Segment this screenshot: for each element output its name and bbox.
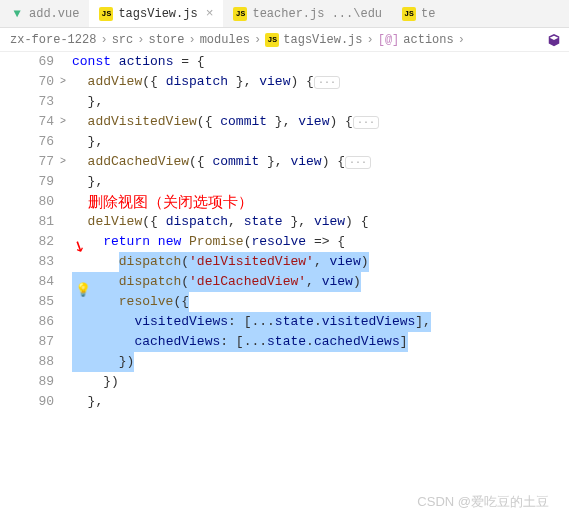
code-line[interactable]: }) (72, 352, 569, 372)
bc-item[interactable]: store (148, 33, 184, 47)
line-number: 84 (0, 272, 54, 292)
code-line[interactable]: dispatch('delCachedView', view) (72, 272, 569, 292)
line-number: 70> (0, 72, 54, 92)
fold-toggle[interactable]: > (56, 112, 70, 132)
line-number: 83 (0, 252, 54, 272)
bc-item[interactable]: zx-fore-1228 (10, 33, 96, 47)
js-icon: JS (99, 7, 113, 21)
code-line[interactable]: cachedViews: [...state.cachedViews] (72, 332, 569, 352)
line-number: 89 (0, 372, 54, 392)
line-number: 87 (0, 332, 54, 352)
tab-add-vue[interactable]: ▼add.vue (0, 0, 89, 27)
symbol-icon: [@] (378, 33, 400, 47)
line-number: 90 (0, 392, 54, 412)
tab-label: add.vue (29, 7, 79, 21)
fold-toggle[interactable]: > (56, 72, 70, 92)
tab-te[interactable]: JSte (392, 0, 445, 27)
cube-icon (547, 33, 561, 47)
line-number: 79 (0, 172, 54, 192)
code-line[interactable]: addCachedView({ commit }, view) {··· (72, 152, 569, 172)
line-number: 69 (0, 52, 54, 72)
line-number: 77> (0, 152, 54, 172)
fold-toggle[interactable]: > (56, 152, 70, 172)
lightbulb-icon[interactable]: 💡 (75, 282, 91, 298)
line-number: 86 (0, 312, 54, 332)
line-number: 80 (0, 192, 54, 212)
bc-file[interactable]: tagsView.js (283, 33, 362, 47)
code-line[interactable]: }) (72, 372, 569, 392)
code-line[interactable]: dispatch('delVisitedView', view) (72, 252, 569, 272)
code-line[interactable]: }, (72, 132, 569, 152)
code-line[interactable]: delView({ dispatch, state }, view) { (72, 212, 569, 232)
line-number: 73 (0, 92, 54, 112)
line-gutter: 6970>7374>7677>798081828384858687888990 (0, 52, 72, 412)
tab-label: teacher.js ...\edu (252, 7, 382, 21)
breadcrumb: zx-fore-1228› src› store› modules› JS ta… (0, 28, 569, 52)
code-line[interactable]: }, (72, 92, 569, 112)
tab-label: tagsView.js (118, 7, 197, 21)
tab-teacher-js-----edu[interactable]: JSteacher.js ...\edu (223, 0, 392, 27)
code-line[interactable]: const actions = { (72, 52, 569, 72)
code-line[interactable]: }, (72, 172, 569, 192)
tab-label: te (421, 7, 435, 21)
bc-symbol[interactable]: actions (403, 33, 453, 47)
bc-item[interactable]: src (112, 33, 134, 47)
js-icon: JS (265, 33, 279, 47)
close-icon[interactable]: × (206, 6, 214, 21)
code-line[interactable]: resolve({ (72, 292, 569, 312)
bc-item[interactable]: modules (200, 33, 250, 47)
tab-bar: ▼add.vueJStagsView.js×JSteacher.js ...\e… (0, 0, 569, 28)
vue-icon: ▼ (10, 7, 24, 21)
line-number: 85 (0, 292, 54, 312)
line-number: 82 (0, 232, 54, 252)
code-line[interactable]: visitedViews: [...state.visitedViews], (72, 312, 569, 332)
line-number: 74> (0, 112, 54, 132)
code-content[interactable]: const actions = { addView({ dispatch }, … (72, 52, 569, 412)
code-line[interactable]: return new Promise(resolve => { (72, 232, 569, 252)
js-icon: JS (233, 7, 247, 21)
code-line[interactable]: addVisitedView({ commit }, view) {··· (72, 112, 569, 132)
code-line[interactable]: 删除视图（关闭选项卡） (72, 192, 569, 212)
editor[interactable]: 6970>7374>7677>798081828384858687888990 … (0, 52, 569, 412)
code-line[interactable]: addView({ dispatch }, view) {··· (72, 72, 569, 92)
js-icon: JS (402, 7, 416, 21)
line-number: 88 (0, 352, 54, 372)
tab-tagsView-js[interactable]: JStagsView.js× (89, 0, 223, 27)
line-number: 76 (0, 132, 54, 152)
line-number: 81 (0, 212, 54, 232)
watermark: CSDN @爱吃豆的土豆 (417, 493, 549, 511)
code-line[interactable]: }, (72, 392, 569, 412)
